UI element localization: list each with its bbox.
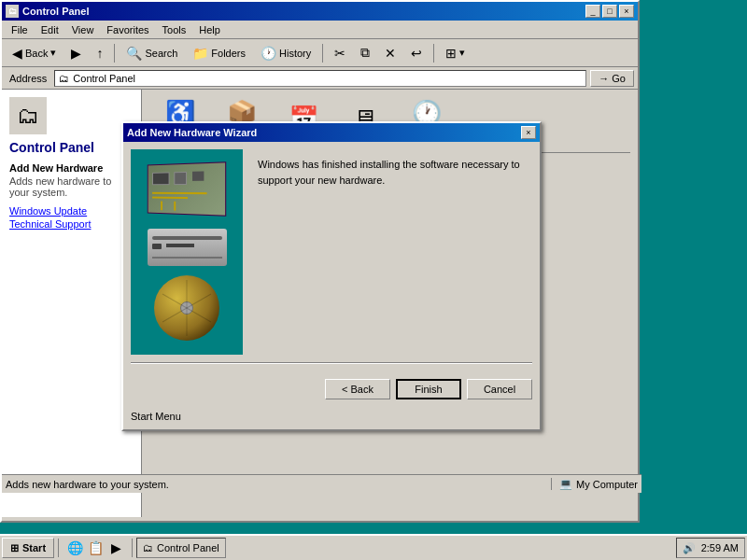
time-display: 2:59 AM (701, 542, 739, 553)
menu-view[interactable]: View (66, 22, 100, 37)
dialog-cancel-button[interactable]: Cancel (467, 379, 532, 399)
title-bar-controls: _ □ × (585, 5, 634, 18)
toolbar: ◀ Back ▾ ▶ ↑ 🔍 Search 📁 Folders 🕐 Histor… (2, 39, 638, 67)
taskbar-clock: 🔊 2:59 AM (676, 538, 745, 558)
title-bar: 🗂 Control Panel _ □ × (2, 2, 638, 21)
dialog-title-bar: Add New Hardware Wizard × (123, 123, 540, 142)
close-button[interactable]: × (619, 5, 634, 18)
dialog-title-controls: × (521, 126, 536, 139)
minimize-button[interactable]: _ (585, 5, 600, 18)
go-button[interactable]: → Go (590, 70, 634, 87)
delete-button[interactable]: ✕ (378, 42, 402, 64)
maximize-button[interactable]: □ (602, 5, 617, 18)
status-bar: Adds new hardware to your system. 💻 My C… (2, 474, 641, 493)
up-icon: ↑ (96, 46, 103, 61)
ql-ie-icon[interactable]: 🌐 (66, 539, 83, 556)
toolbar-separator-3 (433, 44, 434, 63)
computer-label: My Computer (576, 479, 638, 490)
start-button[interactable]: ⊞ Start (2, 538, 54, 558)
dialog-finish-button[interactable]: Finish (396, 379, 461, 399)
menu-favorites[interactable]: Favorites (101, 22, 154, 37)
dialog-separator2 (131, 363, 532, 364)
back-button[interactable]: ◀ Back ▾ (6, 42, 63, 64)
move-icon: ✂ (334, 46, 345, 61)
folders-icon: 📁 (192, 46, 208, 61)
folders-button[interactable]: 📁 Folders (186, 42, 252, 64)
move-button[interactable]: ✂ (328, 42, 352, 64)
toolbar-separator-1 (114, 44, 115, 63)
views-icon: ⊞ (445, 46, 457, 61)
menu-edit[interactable]: Edit (35, 22, 64, 37)
dialog-back-button[interactable]: < Back (325, 379, 390, 399)
dialog-message: Windows has finished installing the soft… (258, 157, 525, 188)
views-button[interactable]: ⊞ ▾ (439, 42, 472, 64)
history-button[interactable]: 🕐 History (254, 42, 317, 64)
address-bar: Address 🗂 Control Panel → Go (2, 67, 638, 90)
address-input[interactable]: 🗂 Control Panel (54, 70, 586, 87)
window-icon: 🗂 (6, 5, 19, 18)
dialog-buttons: < Back Finish Cancel (123, 371, 540, 407)
address-label: Address (6, 73, 50, 84)
undo-button[interactable]: ↩ (404, 42, 429, 64)
active-window-button[interactable]: 🗂 Control Panel (136, 538, 226, 558)
dialog-image-panel (131, 149, 243, 355)
clock-icon: 🔊 (683, 542, 696, 554)
copy-button[interactable]: ⧉ (354, 42, 376, 64)
title-bar-text: 🗂 Control Panel (6, 5, 90, 18)
menu-file[interactable]: File (6, 22, 34, 37)
forward-icon: ▶ (71, 46, 81, 61)
computer-icon: 💻 (559, 478, 572, 490)
panel-section-desc: Adds new hardware to your system. (9, 175, 134, 198)
taskbar: ⊞ Start 🌐 📋 ▶ 🗂 Control Panel 🔊 2:59 AM (0, 534, 747, 560)
menu-tools[interactable]: Tools (157, 22, 192, 37)
panel-section-heading: Add New Hardware (9, 162, 134, 174)
copy-icon: ⧉ (360, 45, 370, 61)
ql-play-icon[interactable]: ▶ (107, 539, 124, 556)
status-right: 💻 My Computer (551, 478, 638, 490)
taskbar-separator-1 (58, 539, 59, 557)
delete-icon: ✕ (385, 46, 396, 61)
status-text: Adds new hardware to your system. (6, 479, 551, 490)
panel-title: Control Panel (9, 140, 134, 155)
ql-media-icon[interactable]: 📋 (87, 539, 104, 556)
dialog-text-panel: Windows has finished installing the soft… (250, 149, 532, 355)
address-favicon: 🗂 (59, 73, 69, 84)
disk-drive-image (148, 229, 227, 266)
windows-update-link[interactable]: Windows Update (9, 205, 134, 217)
search-icon: 🔍 (126, 46, 142, 61)
circuit-board-image (145, 163, 229, 219)
taskbar-separator-2 (132, 539, 133, 557)
panel-icon: 🗂 (9, 97, 47, 134)
start-icon: ⊞ (10, 542, 19, 554)
toolbar-separator-2 (322, 44, 323, 63)
dialog-title-text: Add New Hardware Wizard (127, 127, 257, 138)
quick-launch: 🌐 📋 ▶ (63, 539, 128, 556)
add-hardware-dialog: Add New Hardware Wizard × (121, 121, 542, 431)
dialog-close-button[interactable]: × (521, 126, 536, 139)
dialog-footer: Start Menu (123, 407, 540, 429)
menu-bar: File Edit View Favorites Tools Help (2, 21, 638, 39)
history-icon: 🕐 (261, 46, 276, 61)
menu-help[interactable]: Help (193, 22, 226, 37)
back-icon: ◀ (12, 46, 22, 61)
search-button[interactable]: 🔍 Search (120, 42, 184, 64)
active-window-icon: 🗂 (143, 542, 153, 553)
disk-image (154, 275, 219, 341)
undo-icon: ↩ (411, 46, 422, 61)
technical-support-link[interactable]: Technical Support (9, 218, 134, 230)
go-arrow-icon: → (599, 73, 609, 84)
dialog-content: Windows has finished installing the soft… (123, 142, 540, 362)
up-button[interactable]: ↑ (90, 42, 109, 64)
forward-button[interactable]: ▶ (64, 42, 88, 64)
